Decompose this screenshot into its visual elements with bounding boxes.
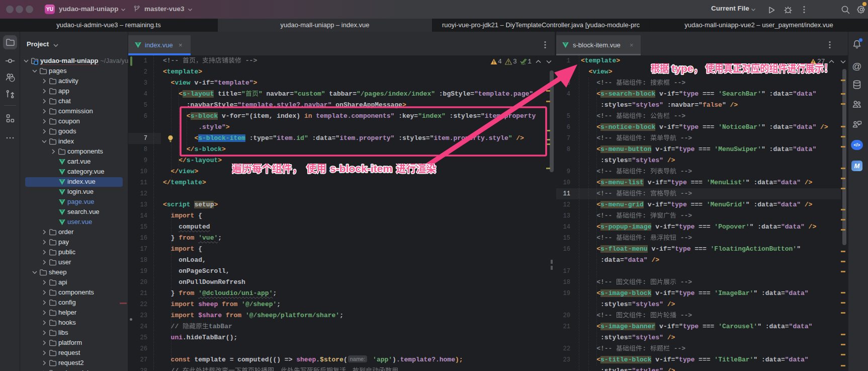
svg-text:s-block-item: s-block-item xyxy=(330,164,392,174)
svg-text:type: type xyxy=(671,63,693,74)
